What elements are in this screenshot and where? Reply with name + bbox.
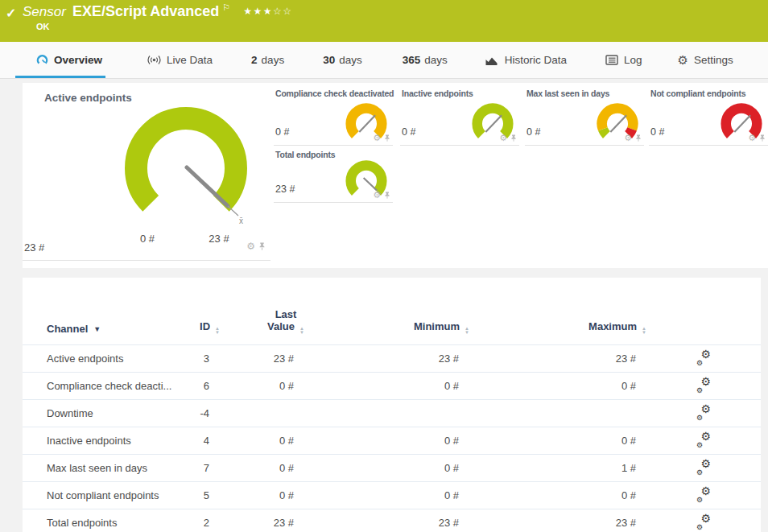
gauge-icon xyxy=(36,54,48,66)
gauge-settings-icon[interactable]: ⚙ xyxy=(624,134,632,142)
table-row: Total endpoints 2 23 # 23 # 23 # ⚙⚙ xyxy=(23,509,761,532)
channel-id: 7 xyxy=(188,462,220,474)
column-label: Maximum xyxy=(588,320,637,332)
gauge-title: Not compliant endpoints xyxy=(650,89,745,98)
priority-stars[interactable]: ★★★☆☆ xyxy=(243,6,292,17)
channel-maximum: 0 # xyxy=(469,380,646,392)
tab-label: Settings xyxy=(694,54,733,66)
tab-bar: Overview Live Data 2 days 30 days 365 xyxy=(0,42,768,79)
gauge-value: 23 # xyxy=(24,241,44,254)
gauge-panel-max-last-seen: Max last seen in days 0 # ⚙ xyxy=(525,87,644,146)
gauge-max-label: 23 # xyxy=(196,233,242,245)
channel-name: Compliance check deacti... xyxy=(47,380,188,392)
tab-number: 365 xyxy=(403,54,421,66)
channel-id: 2 xyxy=(188,517,220,529)
gauge-panel-total-endpoints: Total endpoints 23 # ⚙ xyxy=(274,148,393,203)
channels-table: Channel ▼ ID ▲▼ Last Value ▲▼ Minimum xyxy=(23,278,761,532)
channel-name: Inactive endpoints xyxy=(47,435,188,447)
table-row: Compliance check deacti... 6 0 # 0 # 0 #… xyxy=(23,373,761,400)
pin-icon[interactable] xyxy=(384,191,390,200)
channel-maximum: 0 # xyxy=(469,489,646,501)
gauge-settings-icon[interactable]: ⚙ xyxy=(748,134,756,142)
channel-maximum: 23 # xyxy=(469,353,646,365)
channel-settings-icon[interactable]: ⚙⚙ xyxy=(695,435,712,447)
tab-label: Overview xyxy=(54,54,102,66)
channel-name: Total endpoints xyxy=(47,517,188,529)
prtg-sensor-page: ✓ Sensor EXE/Script Advanced ⚐ ★★★☆☆ OK … xyxy=(0,0,768,532)
column-header-minimum[interactable]: Minimum ▲▼ xyxy=(304,320,469,335)
channel-minimum: 0 # xyxy=(304,462,469,474)
tab-30-days[interactable]: 30 days xyxy=(323,42,362,78)
channel-last-value: 0 # xyxy=(220,380,304,392)
tab-live-data[interactable]: Live Data xyxy=(147,42,213,78)
column-header-channel[interactable]: Channel ▼ xyxy=(47,323,188,335)
status-badge: OK xyxy=(36,22,50,31)
channel-id: -4 xyxy=(188,407,220,419)
mean-marker: x̄ xyxy=(239,217,243,225)
pin-icon[interactable] xyxy=(510,134,517,142)
channel-last-value: 0 # xyxy=(220,435,304,447)
channel-id: 6 xyxy=(188,380,220,392)
tab-settings[interactable]: ⚙ Settings xyxy=(678,42,733,78)
gauge-settings-icon[interactable]: ⚙ xyxy=(373,191,381,200)
pin-icon[interactable] xyxy=(759,134,766,142)
tab-365-days[interactable]: 365 days xyxy=(403,42,448,78)
pin-icon[interactable] xyxy=(635,134,642,142)
tab-2-days[interactable]: 2 days xyxy=(251,42,284,78)
channel-last-value: 0 # xyxy=(220,489,304,501)
column-header-id[interactable]: ID ▲▼ xyxy=(188,320,220,335)
tab-label: Live Data xyxy=(167,54,213,66)
pin-icon[interactable] xyxy=(258,241,266,251)
channel-settings-icon[interactable]: ⚙⚙ xyxy=(695,353,712,365)
gauge-title: Max last seen in days xyxy=(526,89,609,98)
tab-number: 30 xyxy=(323,54,335,66)
ok-check-icon: ✓ xyxy=(6,6,16,21)
gauge-min-label: 0 # xyxy=(127,233,167,245)
tab-label: days xyxy=(339,54,362,66)
tab-log[interactable]: Log xyxy=(605,42,642,78)
channel-name: Max last seen in days xyxy=(47,462,188,474)
active-endpoints-gauge: x̄ xyxy=(109,94,262,233)
gauge-title: Compliance check deactivated xyxy=(275,89,394,98)
channel-settings-icon[interactable]: ⚙⚙ xyxy=(695,489,712,502)
gauge-settings-icon[interactable]: ⚙ xyxy=(246,241,255,251)
channel-settings-icon[interactable]: ⚙⚙ xyxy=(695,380,712,393)
column-label: Channel xyxy=(47,323,88,335)
sensor-status-banner: ✓ Sensor EXE/Script Advanced ⚐ ★★★☆☆ OK xyxy=(0,0,768,42)
tab-label: days xyxy=(424,54,448,66)
gauge-value: 0 # xyxy=(275,126,289,138)
column-header-last-value[interactable]: Last Value ▲▼ xyxy=(267,308,304,335)
channel-settings-icon[interactable]: ⚙⚙ xyxy=(695,407,712,420)
log-list-icon xyxy=(605,55,618,65)
channel-name: Active endpoints xyxy=(47,353,188,365)
channel-id: 4 xyxy=(188,435,220,447)
gauge-value: 0 # xyxy=(650,126,664,138)
channel-id: 3 xyxy=(188,353,220,365)
gauge-settings-icon[interactable]: ⚙ xyxy=(373,134,381,142)
table-row: Inactive endpoints 4 0 # 0 # 0 # ⚙⚙ xyxy=(23,427,761,455)
gauge-panel-compliance-check-deactivated: Compliance check deactivated 0 # ⚙ xyxy=(274,87,393,146)
channel-name: Downtime xyxy=(47,407,188,419)
channel-name: Not compliant endpoints xyxy=(47,489,188,501)
tab-label: Historic Data xyxy=(505,54,567,66)
sensor-title: EXE/Script Advanced xyxy=(72,3,219,20)
tab-historic-data[interactable]: Historic Data xyxy=(485,42,567,78)
gauge-panel-active-endpoints: Active endpoints x̄ 0 # 23 # 23 # ⚙ xyxy=(23,83,270,261)
channel-settings-icon[interactable]: ⚙⚙ xyxy=(695,462,712,475)
table-header-row: Channel ▼ ID ▲▼ Last Value ▲▼ Minimum xyxy=(23,278,761,345)
tab-overview[interactable]: Overview xyxy=(36,42,102,78)
object-kind-label: Sensor xyxy=(23,4,66,20)
channel-minimum: 0 # xyxy=(304,435,469,447)
sort-icon: ▲▼ xyxy=(215,327,220,335)
gauge-title: Inactive endpoints xyxy=(402,89,473,98)
flag-icon: ⚐ xyxy=(222,2,230,13)
channel-settings-icon[interactable]: ⚙⚙ xyxy=(695,517,712,530)
column-label: Last xyxy=(275,308,297,320)
column-header-maximum[interactable]: Maximum ▲▼ xyxy=(469,320,646,335)
pin-icon[interactable] xyxy=(384,134,390,142)
gauge-settings-icon[interactable]: ⚙ xyxy=(499,134,507,142)
tab-label: Log xyxy=(624,54,642,66)
gauge-panel-inactive-endpoints: Inactive endpoints 0 # ⚙ xyxy=(400,87,519,146)
gear-icon: ⚙ xyxy=(678,54,688,66)
channel-minimum: 0 # xyxy=(304,489,469,501)
